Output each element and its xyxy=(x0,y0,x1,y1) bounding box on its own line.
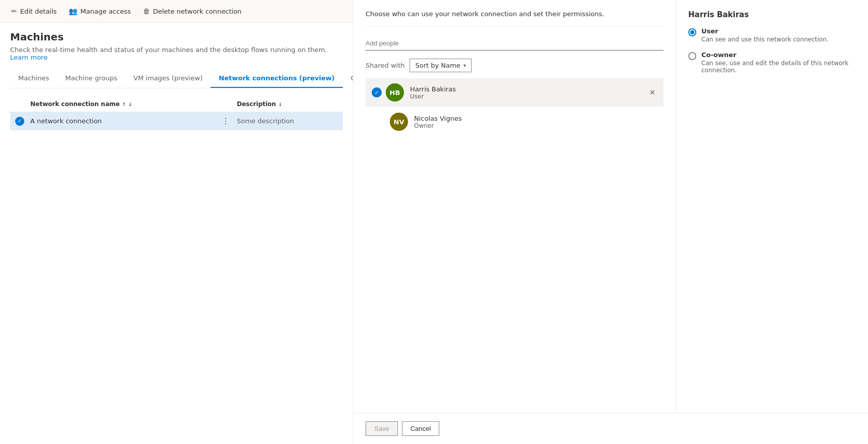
shared-with-label: Shared with xyxy=(366,62,404,69)
add-people-row xyxy=(366,36,663,51)
col-name-label: Network connection name xyxy=(30,101,120,108)
tab-vm-images[interactable]: VM images (preview) xyxy=(125,69,211,88)
tab-network-connections[interactable]: Network connections (preview) xyxy=(211,69,342,88)
add-people-input[interactable] xyxy=(366,36,663,51)
page-content: Machines Check the real-time health and … xyxy=(0,23,353,444)
sort-desc-icon2[interactable]: ↓ xyxy=(278,102,282,107)
radio-label-group: User Can see and use this network connec… xyxy=(701,27,829,43)
learn-more-link[interactable]: Learn more xyxy=(10,54,47,61)
right-panel: Choose who can use your network connecti… xyxy=(353,0,868,444)
radio-group: User Can see and use this network connec… xyxy=(688,27,856,74)
role-label: Co-owner xyxy=(701,51,856,59)
tabs: Machines Machine groups VM images (previ… xyxy=(10,69,343,88)
shared-with-row: Shared with Sort by Name ▾ xyxy=(366,59,663,72)
sort-label: Sort by Name xyxy=(415,62,460,69)
save-button[interactable]: Save xyxy=(366,421,398,436)
cancel-button[interactable]: Cancel xyxy=(402,421,439,436)
permission-user-name: Harris Bakiras xyxy=(688,10,856,19)
edit-details-button[interactable]: ✏ Edit details xyxy=(10,5,58,17)
person-role: Owner xyxy=(414,122,657,129)
role-description: Can see and use this network connection. xyxy=(701,36,829,43)
checkbox-checked-icon: ✓ xyxy=(15,117,24,126)
manage-icon: 👥 xyxy=(69,7,77,15)
list-item[interactable]: ✓ HB Harris Bakiras User ✕ xyxy=(366,78,663,107)
radio-dot-icon xyxy=(690,30,694,34)
row-description: Some description xyxy=(237,117,338,125)
radio-input-coowner[interactable] xyxy=(688,52,696,60)
chevron-down-icon: ▾ xyxy=(464,63,466,68)
tab-machines[interactable]: Machines xyxy=(10,69,57,88)
manage-access-label: Manage access xyxy=(80,8,131,15)
page-title: Machines xyxy=(10,31,343,43)
person-name: Harris Bakiras xyxy=(410,85,645,93)
manage-access-content: Choose who can use your network connecti… xyxy=(353,0,868,413)
row-checkbox[interactable]: ✓ xyxy=(15,117,25,126)
person-info: Nicolas Vignes Owner xyxy=(414,115,657,129)
selected-check-icon: ✓ xyxy=(372,87,382,97)
page-subtitle: Check the real-time health and status of… xyxy=(10,46,343,61)
person-role: User xyxy=(410,93,645,100)
col-desc-label: Description xyxy=(237,101,276,108)
permission-panel: Harris Bakiras User Can see and use this… xyxy=(676,0,868,413)
delete-connection-button[interactable]: 🗑 Delete network connection xyxy=(142,5,242,17)
role-description: Can see, use and edit the details of thi… xyxy=(701,60,856,74)
role-label: User xyxy=(701,27,829,35)
tab-gateways[interactable]: Gateways xyxy=(343,69,353,88)
access-description: Choose who can use your network connecti… xyxy=(366,10,663,26)
radio-item-user[interactable]: User Can see and use this network connec… xyxy=(688,27,856,43)
avatar: HB xyxy=(386,83,404,102)
list-header: Network connection name ↑ ↓ Description … xyxy=(10,96,343,112)
radio-input-user[interactable] xyxy=(688,28,696,36)
edit-icon: ✏ xyxy=(11,7,17,15)
remove-person-button[interactable]: ✕ xyxy=(647,86,657,98)
row-name: A network connection xyxy=(30,117,222,125)
edit-details-label: Edit details xyxy=(20,8,57,15)
subtitle-text: Check the real-time health and status of… xyxy=(10,46,327,54)
sort-asc-icon[interactable]: ↑ xyxy=(122,102,126,107)
toolbar: ✏ Edit details 👥 Manage access 🗑 Delete … xyxy=(0,0,353,23)
col-desc-header: Description ↓ xyxy=(237,101,338,108)
delete-icon: 🗑 xyxy=(143,7,150,15)
delete-connection-label: Delete network connection xyxy=(153,8,241,15)
access-main: Choose who can use your network connecti… xyxy=(353,0,676,413)
left-panel: ✏ Edit details 👥 Manage access 🗑 Delete … xyxy=(0,0,353,444)
panel-footer: Save Cancel xyxy=(353,413,868,444)
list-item[interactable]: NV Nicolas Vignes Owner xyxy=(366,108,663,136)
sort-dropdown[interactable]: Sort by Name ▾ xyxy=(410,59,471,72)
tab-machine-groups[interactable]: Machine groups xyxy=(57,69,125,88)
person-name: Nicolas Vignes xyxy=(414,115,657,122)
sort-desc-icon[interactable]: ↓ xyxy=(128,102,132,107)
avatar: NV xyxy=(390,113,408,131)
row-more-button[interactable]: ⋮ xyxy=(222,116,232,126)
radio-item-coowner[interactable]: Co-owner Can see, use and edit the detai… xyxy=(688,51,856,74)
manage-access-button[interactable]: 👥 Manage access xyxy=(68,5,132,17)
table-row[interactable]: ✓ A network connection ⋮ Some descriptio… xyxy=(10,112,343,130)
col-name-header: Network connection name ↑ ↓ xyxy=(30,101,222,108)
people-list: ✓ HB Harris Bakiras User ✕ NV Nicolas Vi… xyxy=(366,78,663,136)
person-info: Harris Bakiras User xyxy=(410,85,645,100)
radio-label-group: Co-owner Can see, use and edit the detai… xyxy=(701,51,856,74)
